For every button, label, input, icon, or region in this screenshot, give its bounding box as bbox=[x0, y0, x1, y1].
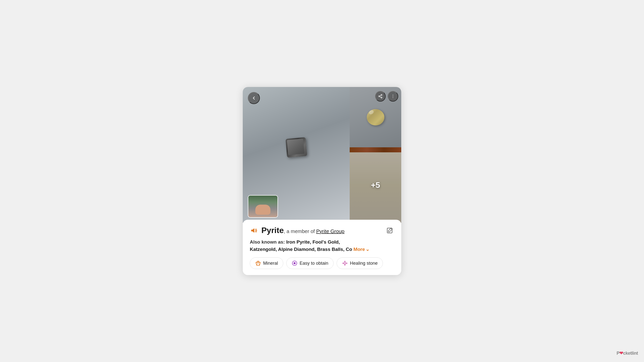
mineral-title-left: Pyrite, a member of Pyrite Group bbox=[250, 226, 344, 235]
svg-point-6 bbox=[393, 96, 393, 97]
healing-stone-label: Healing stone bbox=[350, 261, 378, 266]
more-images-badge[interactable]: +5 bbox=[371, 180, 380, 190]
back-button[interactable] bbox=[248, 92, 260, 104]
svg-marker-9 bbox=[256, 261, 260, 265]
circle-dot-icon bbox=[292, 260, 298, 266]
tags-row: Mineral Easy to obtain bbox=[250, 257, 394, 269]
brand-heart: ❤ bbox=[619, 351, 623, 356]
more-link[interactable]: More⌄ bbox=[353, 247, 369, 252]
more-options-button[interactable] bbox=[388, 91, 398, 102]
pyrite-stone-small bbox=[367, 109, 384, 125]
mineral-name: Pyrite bbox=[261, 226, 284, 235]
tag-healing-stone[interactable]: Healing stone bbox=[337, 257, 383, 269]
hand-thumbnail bbox=[255, 205, 270, 215]
easy-to-obtain-label: Easy to obtain bbox=[300, 261, 328, 266]
tag-mineral[interactable]: Mineral bbox=[250, 257, 283, 269]
mineral-group-link[interactable]: Pyrite Group bbox=[316, 229, 344, 234]
mineral-tag-label: Mineral bbox=[263, 261, 278, 266]
right-top-image bbox=[350, 87, 401, 147]
pentagon-gem-icon bbox=[255, 260, 261, 266]
image-area: +5 bbox=[243, 87, 401, 223]
action-buttons bbox=[375, 91, 398, 102]
info-panel: Pyrite, a member of Pyrite Group Also kn… bbox=[243, 220, 401, 275]
pocketlint-badge: P❤cketlint bbox=[617, 350, 638, 356]
pyrite-stone-main bbox=[285, 137, 307, 158]
also-known: Also known as: Iron Pyrite, Fool's Gold,… bbox=[250, 239, 394, 253]
tag-easy-to-obtain[interactable]: Easy to obtain bbox=[286, 257, 334, 269]
mineral-title-row: Pyrite, a member of Pyrite Group bbox=[250, 226, 394, 235]
sound-icon[interactable] bbox=[250, 226, 259, 235]
thumbnail-image[interactable] bbox=[248, 195, 278, 218]
svg-line-4 bbox=[380, 95, 381, 96]
svg-point-5 bbox=[393, 95, 393, 95]
mineral-group-text: , a member of Pyrite Group bbox=[284, 229, 344, 234]
svg-point-14 bbox=[294, 262, 296, 264]
edit-button[interactable] bbox=[385, 226, 394, 235]
svg-line-3 bbox=[380, 97, 381, 97]
share-button[interactable] bbox=[375, 91, 386, 102]
app-container: +5 Pyrite, a member of Pyrite Group bbox=[243, 87, 401, 275]
main-image bbox=[243, 87, 350, 223]
svg-point-7 bbox=[393, 97, 393, 98]
also-known-label: Also known as: bbox=[250, 239, 285, 245]
right-column: +5 bbox=[350, 87, 401, 223]
right-bottom-image[interactable]: +5 bbox=[350, 147, 401, 223]
mineral-full-title: Pyrite, a member of Pyrite Group bbox=[261, 226, 344, 235]
svg-rect-8 bbox=[387, 228, 392, 233]
sparkle-diamond-icon bbox=[342, 260, 348, 266]
